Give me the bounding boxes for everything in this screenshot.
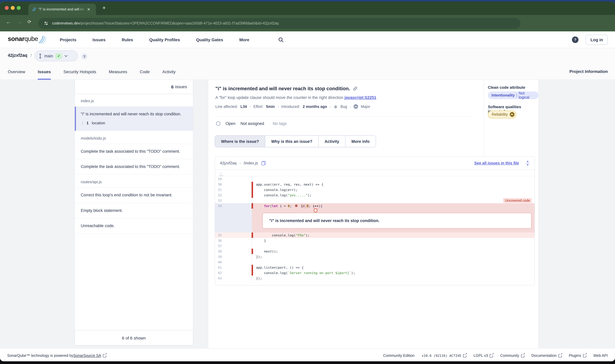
line-number[interactable]: 36 bbox=[215, 238, 252, 243]
search-icon[interactable] bbox=[278, 37, 284, 43]
rule-link[interactable]: javascript:S2251 bbox=[344, 95, 376, 100]
code-line[interactable]: 37 bbox=[215, 243, 534, 249]
line-number[interactable]: 39 bbox=[215, 254, 252, 260]
bug-icon bbox=[333, 104, 338, 109]
issue-list-item[interactable]: Empty block statement. bbox=[75, 203, 193, 219]
tab-close-icon[interactable]: ✕ bbox=[87, 7, 90, 12]
line-number[interactable]: 35 bbox=[215, 233, 252, 238]
issue-list-item[interactable]: "i" is incremented and will never reach … bbox=[75, 107, 193, 131]
code-line[interactable]: 40 bbox=[215, 260, 534, 265]
line-number[interactable]: 42 bbox=[215, 270, 252, 275]
line-number[interactable]: 29 bbox=[215, 176, 252, 182]
branch-selector[interactable]: main ✓ bbox=[35, 51, 78, 61]
code-line[interactable]: 34 for(let i = 0; i> 0; i++){ bbox=[215, 203, 534, 208]
reload-icon[interactable]: ⟳ bbox=[27, 19, 31, 25]
code-line[interactable]: 33Uncovered code bbox=[215, 198, 534, 203]
code-line[interactable]: 43}); bbox=[215, 275, 534, 281]
issue-callout[interactable]: "i" is incremented and will never reach … bbox=[262, 213, 532, 229]
code-line[interactable]: 38 next(); bbox=[215, 249, 534, 254]
footer-link-plugins[interactable]: Plugins bbox=[569, 353, 586, 358]
footer-link-lgpl-v3[interactable]: LGPL v3 bbox=[474, 353, 493, 358]
tab-overview[interactable]: Overview bbox=[8, 64, 25, 80]
sonarsource-link[interactable]: SonarSource SA bbox=[73, 353, 101, 358]
minimize-window-button[interactable] bbox=[11, 6, 15, 10]
see-all-issues-link[interactable]: See all issues in this file bbox=[474, 161, 519, 165]
branch-help-icon[interactable]: ? bbox=[81, 53, 87, 59]
url-text: codereviews.dev/project/issues?issueStat… bbox=[52, 21, 279, 26]
issue-list-item[interactable]: Unreachable code. bbox=[75, 219, 193, 234]
nav-item-more[interactable]: More bbox=[239, 37, 249, 42]
zoom-window-button[interactable] bbox=[17, 6, 21, 10]
help-icon[interactable]: ? bbox=[572, 37, 578, 43]
back-icon[interactable]: ← bbox=[6, 19, 11, 25]
tab-measures[interactable]: Measures bbox=[109, 64, 127, 80]
nav-item-quality-gates[interactable]: Quality Gates bbox=[196, 37, 223, 42]
project-information-link[interactable]: Project Information bbox=[569, 69, 608, 74]
issue-list-item[interactable]: Complete the task associated to this "TO… bbox=[75, 144, 193, 159]
issue-detail-panel: "i" is incremented and will never reach … bbox=[208, 80, 538, 348]
permalink-icon[interactable] bbox=[353, 86, 358, 91]
detail-tab-activity[interactable]: Activity bbox=[319, 136, 345, 147]
footer-link-documentation[interactable]: Documentation bbox=[531, 353, 562, 358]
line-number[interactable]: 40 bbox=[215, 260, 252, 265]
code-crumb-project[interactable]: 42jzxf2aq bbox=[220, 161, 236, 165]
code-line[interactable]: 39}); bbox=[215, 254, 534, 260]
clean-code-attribute-badge[interactable]: Intentionality|Not logical bbox=[488, 91, 538, 99]
tab-activity[interactable]: Activity bbox=[162, 64, 176, 80]
nav-item-rules[interactable]: Rules bbox=[122, 37, 133, 42]
nav-item-projects[interactable]: Projects bbox=[60, 37, 76, 42]
project-key[interactable]: 42jzxf2aq bbox=[8, 53, 27, 58]
sonarqube-logo[interactable]: sonarqube bbox=[8, 35, 47, 44]
code-line[interactable]: 32 console.log("yes....."); bbox=[215, 193, 534, 198]
tab-issues[interactable]: Issues bbox=[38, 64, 51, 80]
code-line[interactable]: 41app.listen(port, () => { bbox=[215, 265, 534, 270]
line-number[interactable]: 33 bbox=[215, 198, 252, 203]
line-number[interactable]: 37 bbox=[215, 243, 252, 249]
code-crumb-file[interactable]: /index.js bbox=[244, 161, 258, 165]
issue-list-item[interactable]: Complete the task associated to this "TO… bbox=[75, 159, 193, 175]
detail-tab-more-info[interactable]: More info bbox=[345, 136, 376, 147]
web-api-link[interactable]: Web API bbox=[593, 353, 608, 358]
line-number[interactable]: 43 bbox=[215, 275, 252, 281]
new-tab-button[interactable]: + bbox=[102, 4, 106, 11]
line-number[interactable]: 41 bbox=[215, 265, 252, 270]
issue-tags[interactable]: No tags bbox=[273, 121, 287, 126]
line-number[interactable]: 30 bbox=[215, 182, 252, 187]
line-number[interactable]: 32 bbox=[215, 193, 252, 198]
nav-item-quality-profiles[interactable]: Quality Profiles bbox=[149, 37, 180, 42]
locations-icon: ⋮ bbox=[81, 120, 84, 126]
login-button[interactable]: Log in bbox=[586, 35, 608, 45]
clean-code-attribute-title: Clean code attribute bbox=[488, 85, 525, 90]
line-number[interactable]: 38 bbox=[215, 249, 252, 254]
code-line[interactable]: 29 bbox=[215, 176, 534, 182]
expand-up-icon[interactable]: ↑ bbox=[219, 171, 223, 176]
issue-status[interactable]: Open bbox=[226, 121, 235, 126]
browser-tab[interactable]: "i" is incremented and will ne ✕ bbox=[28, 4, 96, 15]
site-settings-icon[interactable] bbox=[44, 21, 48, 26]
status-open-icon[interactable] bbox=[216, 121, 220, 126]
forward-icon[interactable]: → bbox=[17, 19, 22, 25]
code-line[interactable]: 36 } bbox=[215, 238, 534, 243]
copy-path-icon[interactable] bbox=[261, 161, 266, 165]
tab-code[interactable]: Code bbox=[140, 64, 150, 80]
code-line[interactable]: 30app.use((err, req, res, next) => { bbox=[215, 182, 534, 187]
branch-name: main bbox=[44, 54, 53, 58]
line-number[interactable]: 34 bbox=[215, 203, 252, 208]
expand-lines-icon[interactable] bbox=[526, 161, 530, 165]
detail-tab-where-is-the-issue-[interactable]: Where is the issue? bbox=[215, 136, 265, 147]
tab-security-hotspots[interactable]: Security Hotspots bbox=[63, 64, 96, 80]
issue-list-item[interactable]: Correct this loop's end condition to not… bbox=[75, 188, 193, 203]
code-line[interactable]: 31 console.log(err); bbox=[215, 187, 534, 193]
code-line[interactable]: 35 console.log("FOo"); bbox=[215, 233, 534, 238]
nav-item-issues[interactable]: Issues bbox=[93, 37, 106, 42]
footer-link-community[interactable]: Community bbox=[500, 353, 524, 358]
address-bar[interactable]: codereviews.dev/project/issues?issueStat… bbox=[38, 18, 520, 29]
line-number[interactable]: 31 bbox=[215, 187, 252, 193]
close-window-button[interactable] bbox=[5, 6, 9, 10]
code-line[interactable]: 42 console.log(`Server running on port $… bbox=[215, 270, 534, 275]
issue-location-icon[interactable] bbox=[294, 204, 298, 208]
detail-tab-why-is-this-an-issue-[interactable]: Why is this an issue? bbox=[265, 136, 319, 147]
issue-severity: Major bbox=[361, 104, 370, 109]
issue-assignee[interactable]: Not assigned bbox=[241, 121, 264, 126]
reliability-badge[interactable]: Reliability bbox=[488, 111, 516, 118]
